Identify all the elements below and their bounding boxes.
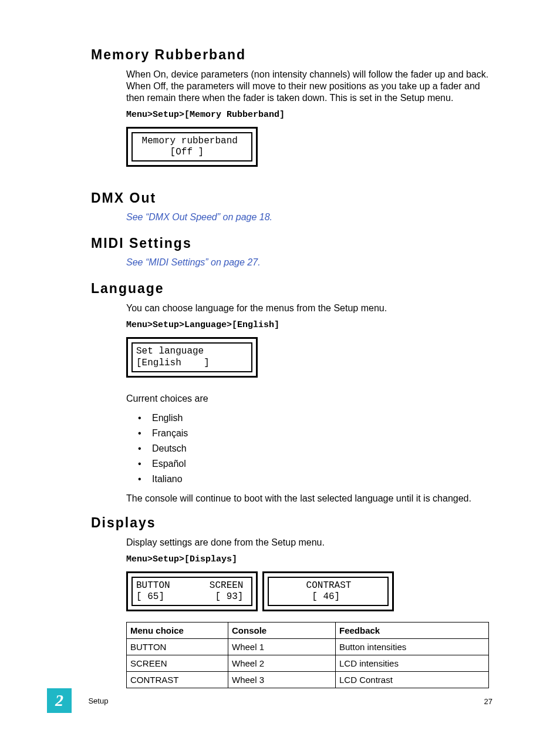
cell-feedback: Button intensities [336,639,489,655]
language-list: English Français Deutsch Español Italian… [126,410,492,487]
lcd-language-content: Set language [English ] [131,342,252,372]
language-intro: You can choose language for the menus fr… [126,302,492,314]
cell-console: Wheel 3 [228,672,336,688]
section-displays: Displays Display settings are done from … [91,515,492,688]
list-item: Español [138,456,492,472]
cell-console: Wheel 1 [228,639,336,655]
list-item: Français [138,426,492,441]
list-item: English [138,410,492,426]
lcd-memory-content: Memory rubberband [Off ] [131,132,252,161]
link-dmx-out-speed[interactable]: See “DMX Out Speed” on page 18. [126,212,492,223]
lcd-language: Set language [English ] [126,337,258,377]
cell-menu-choice: BUTTON [127,639,228,655]
th-menu-choice: Menu choice [127,622,228,639]
section-memory-rubberband: Memory Rubberband When On, device parame… [91,47,492,180]
page-footer: 2 Setup 27 [47,688,492,712]
th-console: Console [228,622,336,639]
lcd-button-screen: BUTTON SCREEN [ 65] [ 93] [126,571,258,611]
table-row: BUTTON Wheel 1 Button intensities [127,639,489,655]
section-dmx-out: DMX Out See “DMX Out Speed” on page 18. [91,190,492,223]
footer-page-number: 27 [484,697,492,706]
lcd-memory-rubberband: Memory rubberband [Off ] [126,127,258,167]
language-boot-note: The console will continue to boot with t… [126,493,492,504]
link-midi-settings[interactable]: See “MIDI Settings” on page 27. [126,257,492,268]
lcd-contrast-content: CONTRAST [ 46] [268,577,389,606]
chapter-number-box: 2 [47,688,72,713]
lcd-button-screen-content: BUTTON SCREEN [ 65] [ 93] [131,577,252,606]
lcd-contrast: CONTRAST [ 46] [262,571,394,611]
list-item: Italiano [138,472,492,487]
cell-feedback: LCD intensities [336,655,489,672]
displays-menu-path: Menu>Setup>[Displays] [126,554,492,564]
cell-feedback: LCD Contrast [336,672,489,688]
list-item: Deutsch [138,441,492,456]
heading-displays: Displays [91,515,492,531]
heading-language: Language [91,281,492,297]
language-menu-path: Menu>Setup>Language>[English] [126,320,492,330]
language-choices-label: Current choices are [126,393,492,405]
cell-menu-choice: CONTRAST [127,672,228,688]
memory-menu-path: Menu>Setup>[Memory Rubberband] [126,110,492,120]
th-feedback: Feedback [336,622,489,639]
table-row: CONTRAST Wheel 3 LCD Contrast [127,672,489,688]
footer-section-label: Setup [88,696,108,705]
section-midi-settings: MIDI Settings See “MIDI Settings” on pag… [91,235,492,268]
table-header-row: Menu choice Console Feedback [127,622,489,639]
table-row: SCREEN Wheel 2 LCD intensities [127,655,489,672]
cell-menu-choice: SCREEN [127,655,228,672]
heading-midi-settings: MIDI Settings [91,235,492,251]
heading-dmx-out: DMX Out [91,190,492,206]
displays-intro: Display settings are done from the Setup… [126,537,492,549]
displays-table: Menu choice Console Feedback BUTTON Whee… [126,622,489,688]
lcd-displays-row: BUTTON SCREEN [ 65] [ 93] CONTRAST [ 46] [126,571,492,611]
cell-console: Wheel 2 [228,655,336,672]
heading-memory-rubberband: Memory Rubberband [91,47,492,63]
memory-paragraph: When On, device parameters (non intensit… [126,69,492,104]
section-language: Language You can choose language for the… [91,281,492,504]
